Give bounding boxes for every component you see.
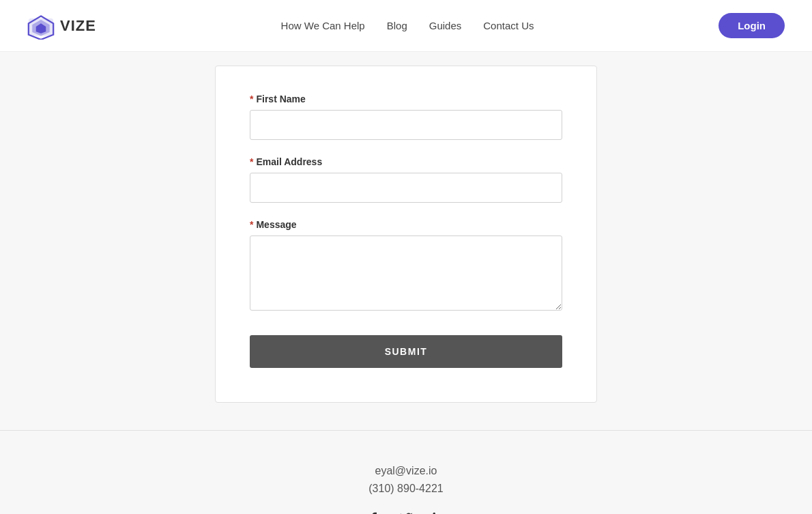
twitter-icon[interactable] xyxy=(396,509,416,514)
email-required-star: * xyxy=(250,156,253,167)
vize-logo-icon xyxy=(27,12,55,40)
email-label: * Email Address xyxy=(250,156,562,167)
nav-links: How We Can Help Blog Guides Contact Us xyxy=(281,20,534,32)
linkedin-icon[interactable] xyxy=(429,509,448,514)
first-name-required-star: * xyxy=(250,94,253,104)
footer: eyal@vize.io (310) 890-4221 ©2022 by VIZ… xyxy=(0,430,812,514)
main-section: * First Name * Email Address * Message S… xyxy=(0,52,812,430)
nav-how-we-can-help[interactable]: How We Can Help xyxy=(281,20,365,31)
nav-blog[interactable]: Blog xyxy=(387,20,407,31)
nav-contact-us[interactable]: Contact Us xyxy=(483,20,534,31)
login-button[interactable]: Login xyxy=(719,13,785,38)
message-required-star: * xyxy=(250,219,253,230)
navbar: VIZE How We Can Help Blog Guides Contact… xyxy=(0,0,812,52)
nav-guides[interactable]: Guides xyxy=(429,20,462,31)
submit-button[interactable]: SUBMIT xyxy=(250,335,562,368)
logo-text: VIZE xyxy=(60,17,96,35)
email-input[interactable] xyxy=(250,173,562,203)
first-name-label: * First Name xyxy=(250,94,562,104)
logo-link[interactable]: VIZE xyxy=(27,12,96,40)
first-name-field-group: * First Name xyxy=(250,94,562,140)
email-field-group: * Email Address xyxy=(250,156,562,203)
social-icons-group xyxy=(27,509,785,514)
first-name-input[interactable] xyxy=(250,110,562,140)
footer-phone: (310) 890-4221 xyxy=(27,483,785,495)
message-textarea[interactable] xyxy=(250,235,562,311)
footer-email: eyal@vize.io xyxy=(27,465,785,477)
message-field-group: * Message xyxy=(250,219,562,313)
contact-form-card: * First Name * Email Address * Message S… xyxy=(215,66,597,403)
message-label: * Message xyxy=(250,219,562,230)
facebook-icon[interactable] xyxy=(364,509,383,514)
